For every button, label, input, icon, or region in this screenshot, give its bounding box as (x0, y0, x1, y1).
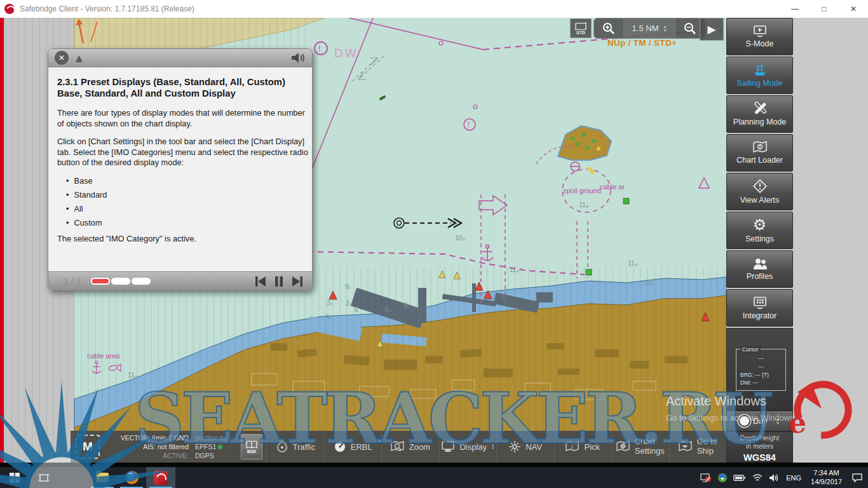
previous-button[interactable] (254, 275, 268, 288)
taskbar-clock[interactable]: 7:34 AM 14/9/2017 (807, 469, 846, 487)
display-spinner[interactable]: ▲▼ (491, 444, 494, 450)
lesson-paragraph: Click on [Chart Settings] in the tool ba… (57, 137, 310, 168)
dialog-footer: 1 / 3 (48, 271, 312, 290)
orientation-mode-label: NUp / TM / STD+ (607, 38, 677, 48)
bottom-toolbar: M VECTOR: 6min T GND AIS: not filtered A… (71, 431, 726, 463)
title-bar: Safebridge Client - Version: 1.7.17185.8… (0, 0, 868, 18)
app-bottom-edge (0, 463, 868, 467)
next-button[interactable] (290, 275, 304, 288)
sidebar-item-s-mode[interactable]: S-Mode (726, 18, 793, 55)
gear-icon: ⚙ (753, 217, 767, 233)
taskbar-safebridge[interactable] (146, 467, 175, 488)
toolbar-button-erbl[interactable]: ERBL (324, 431, 382, 463)
traffic-icon (276, 440, 288, 453)
sun-icon (740, 416, 749, 426)
go-to-ship-icon (679, 440, 693, 453)
pick-info-icon: i (566, 440, 580, 453)
list-item: All (66, 204, 303, 214)
zoom-map-icon (391, 440, 405, 453)
toolbar-button-go-to-ship[interactable]: Go to Ship (669, 431, 727, 463)
depth-note2: in meters (727, 442, 792, 451)
toolbar-button-nav[interactable]: NAV (496, 431, 554, 463)
profiles-icon (752, 257, 768, 270)
zoom-in-button[interactable] (594, 18, 623, 38)
sidebar-item-chart-loader[interactable]: Chart Loader (726, 134, 793, 172)
position-by-label: position by (195, 433, 236, 442)
play-button[interactable]: ▶ (700, 18, 724, 41)
cursor-panel-title: Cursor (740, 346, 761, 354)
dialog-header[interactable]: ✕ ▲ (48, 49, 312, 67)
toolbar-button-traffic[interactable]: Traffic (266, 431, 324, 463)
system-tray: ENG 7:34 AM 14/9/2017 (700, 469, 868, 487)
blocked-connection-icon[interactable] (700, 473, 712, 483)
alert-diamond-icon (752, 179, 768, 194)
pause-button[interactable] (274, 275, 284, 288)
magnifier-minus-icon (684, 22, 696, 35)
island (558, 126, 611, 160)
datum-label: WGS84 (727, 452, 792, 464)
day-spinner[interactable]: ▲▼ (776, 417, 780, 425)
idm-icon[interactable] (717, 473, 728, 483)
cursor-lon: --- (740, 363, 782, 371)
minimize-button[interactable]: — (780, 0, 810, 18)
clock-date: 14/9/2017 (811, 478, 842, 487)
clock-time: 7:34 AM (811, 469, 842, 478)
toolbar-button-pick[interactable]: i Pick (554, 431, 612, 463)
sidebar-item-view-alerts[interactable]: View Alerts (726, 173, 793, 210)
dialog-collapse-button[interactable]: ▲ (73, 52, 85, 64)
display-mode-list: Base Standard All Custom (66, 176, 303, 227)
ship-icon (752, 63, 768, 77)
sidebar-item-sailing-mode[interactable]: Sailing Mode (726, 57, 793, 94)
units-panel: Depth/Height in meters WGS84 (726, 431, 793, 463)
windows-taskbar: ENG 7:34 AM 14/9/2017 (0, 467, 868, 488)
close-button[interactable]: ✕ (839, 0, 868, 18)
range-spinner[interactable]: ▲▼ (663, 25, 667, 32)
language-indicator[interactable]: ENG (786, 474, 801, 482)
volume-icon[interactable] (769, 473, 780, 482)
nav-status-block: VECTOR: 6min T GND AIS: not filtered ACT… (105, 433, 189, 461)
svg-text:i: i (571, 443, 573, 450)
cursor-readout: Cursor --- --- BRG: --- (T) Dist: --- (736, 349, 786, 391)
day-night-selector[interactable]: Day ▲▼ (726, 410, 793, 431)
anchorage-symbol (482, 245, 493, 262)
screen: Safebridge Client - Version: 1.7.17185.8… (0, 0, 868, 488)
taskbar-firefox[interactable] (117, 467, 146, 488)
magnifier-plus-icon (602, 22, 615, 35)
ais-status: AIS: not filtered (105, 442, 189, 451)
lesson-paragraph: There are four types of display modes th… (57, 108, 310, 129)
bse-button[interactable]: BSE (241, 434, 262, 459)
toolbar-button-display[interactable]: Display ▲▼ (439, 431, 497, 463)
sidebar-item-integrator[interactable]: Integrator (726, 289, 793, 327)
mode-m-button[interactable]: M (76, 435, 100, 459)
lesson-title: 2.3.1 Preset Displays (Base, Standard, A… (57, 76, 303, 100)
chart-loader-icon (752, 141, 768, 154)
cursor-brg: BRG: --- (T) (740, 371, 782, 379)
progress-pill-3[interactable] (132, 278, 151, 285)
action-center-icon[interactable] (851, 473, 863, 483)
dialog-close-button[interactable]: ✕ (55, 51, 69, 65)
window-title: Safebridge Client - Version: 1.7.17185.8… (20, 4, 194, 13)
audio-icon[interactable] (290, 52, 306, 64)
wifi-icon[interactable] (752, 473, 763, 482)
progress-pill-1[interactable] (91, 278, 110, 285)
position-mode: DGPS (195, 451, 236, 460)
toolbar-button-zoom[interactable]: Zoom (381, 431, 439, 463)
sidebar-item-settings[interactable]: ⚙ Settings (726, 212, 793, 249)
maximize-button[interactable]: □ (810, 0, 839, 18)
battery-icon[interactable] (733, 473, 746, 482)
position-status-icon (218, 445, 222, 449)
toolbar-button-chart-settings[interactable]: Chart Settings (611, 431, 669, 463)
display-monitor-icon (441, 440, 455, 453)
task-view-button[interactable] (29, 467, 58, 488)
range-scale-display[interactable]: 1.5 NM ▲▼ (623, 18, 675, 38)
start-button[interactable] (0, 467, 29, 488)
safebridge-icon (154, 471, 168, 485)
progress-pill-2[interactable] (111, 278, 130, 285)
sidebar-item-planning-mode[interactable]: Planning Mode (726, 95, 793, 133)
std-display-button[interactable]: STD (570, 18, 592, 38)
file-explorer-icon (96, 473, 109, 482)
book-icon (246, 440, 257, 449)
lesson-note: The selected "IMO Category" is active. (57, 234, 310, 245)
taskbar-file-explorer[interactable] (88, 467, 117, 488)
sidebar-item-profiles[interactable]: Profiles (726, 250, 793, 288)
